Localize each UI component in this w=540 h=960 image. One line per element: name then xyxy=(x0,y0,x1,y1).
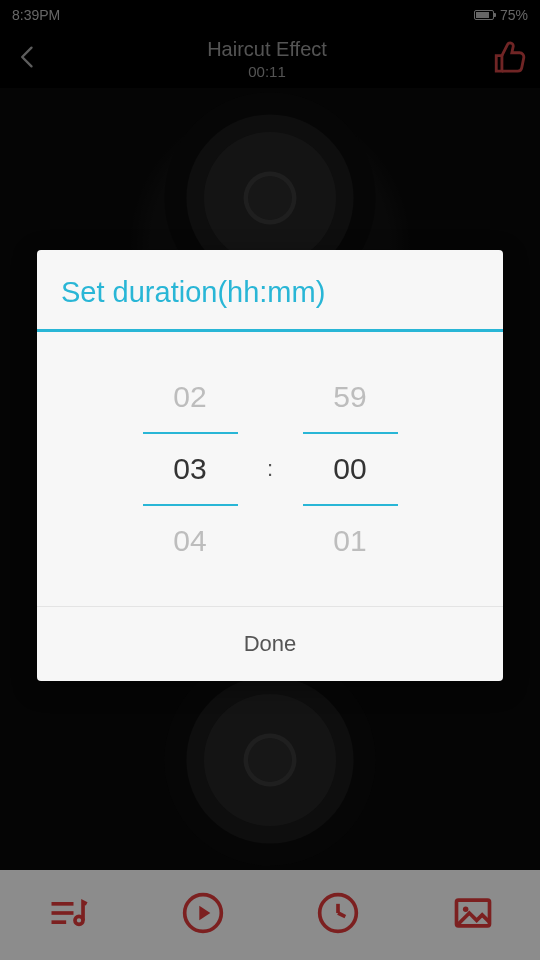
hours-picker[interactable]: 02 03 04 xyxy=(130,362,250,576)
minutes-picker[interactable]: 59 00 01 xyxy=(290,362,410,576)
hours-prev[interactable]: 02 xyxy=(130,362,250,432)
dialog-title: Set duration(hh:mm) xyxy=(37,250,503,329)
done-button[interactable]: Done xyxy=(37,607,503,681)
hours-selected[interactable]: 03 xyxy=(130,434,250,504)
time-picker: 02 03 04 : 59 00 01 xyxy=(37,332,503,606)
minutes-prev[interactable]: 59 xyxy=(290,362,410,432)
duration-dialog: Set duration(hh:mm) 02 03 04 : 59 00 01 … xyxy=(37,250,503,681)
hours-next[interactable]: 04 xyxy=(130,506,250,576)
minutes-selected[interactable]: 00 xyxy=(290,434,410,504)
time-separator: : xyxy=(250,456,290,482)
minutes-next[interactable]: 01 xyxy=(290,506,410,576)
